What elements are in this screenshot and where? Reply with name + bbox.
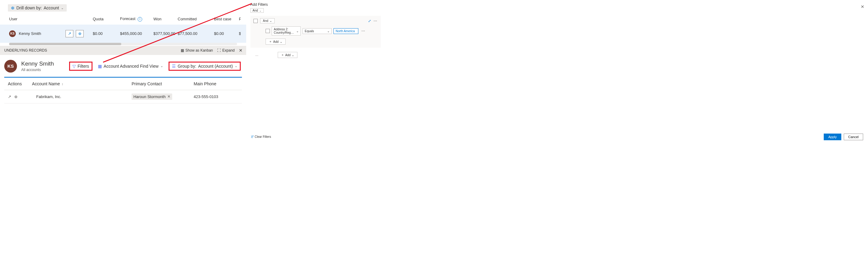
filter-panel: Add Filters And ⌄ And ⌄ ⤢ ⋯ Address 2: C…	[250, 2, 472, 58]
forecast-grid-header: User Quota Forecast i Won Committed Best…	[0, 15, 246, 25]
header-forecast[interactable]: Forecast i	[118, 17, 152, 22]
chevron-down-icon: ⌄	[61, 6, 64, 10]
condition-operator-select[interactable]: Equals ⌄	[303, 28, 332, 34]
header-best[interactable]: Best case	[212, 17, 237, 21]
cancel-button[interactable]: Cancel	[844, 134, 863, 140]
clear-filters-button[interactable]: ▽̸ Clear Filters	[251, 135, 271, 139]
contact-chip[interactable]: Haroun Stormonth ✕	[131, 94, 172, 100]
header-user[interactable]: User	[0, 17, 91, 21]
plus-icon: ＋	[281, 53, 284, 57]
kanban-label: Show as Kanban	[186, 48, 213, 53]
add-icon[interactable]: ⊕	[14, 95, 18, 99]
expand-icon: ⛶	[217, 48, 221, 53]
info-icon[interactable]: i	[137, 17, 142, 22]
condition-field-label: Address 2: Country/Reg…	[274, 28, 294, 34]
avatar-large: KS	[4, 60, 17, 73]
chevron-down-icon: ⌄	[327, 29, 330, 33]
filter-group: And ⌄ ⤢ ⋯ Address 2: Country/Reg… ⌄ Equa…	[250, 16, 381, 48]
condition-more-icon[interactable]: ⋯	[362, 29, 366, 33]
condition-value-input[interactable]: North America	[334, 28, 359, 34]
header-quota[interactable]: Quota	[91, 17, 118, 21]
th-actions[interactable]: Actions	[4, 81, 32, 86]
row-phone: 423-555-0103	[194, 95, 242, 99]
scrollbar-thumb[interactable]	[9, 43, 121, 45]
header-pipeline[interactable]: P	[237, 17, 241, 21]
row-best: $0.00	[212, 31, 237, 36]
globe-icon: ⊕	[11, 5, 14, 10]
panel-close-icon[interactable]: ✕	[861, 4, 864, 9]
accounts-table-header: Actions Account Name ↑ Primary Contact M…	[4, 77, 242, 90]
table-row[interactable]: ↗ ⊕ Fabrikam, Inc. Haroun Stormonth ✕ 42…	[4, 90, 242, 104]
plus-icon: ＋	[269, 39, 272, 44]
group-and-pill[interactable]: And ⌄	[260, 18, 275, 23]
view-label: Account Advanced Find View	[104, 64, 159, 69]
condition-operator-label: Equals	[305, 29, 314, 33]
apply-button[interactable]: Apply	[824, 134, 841, 140]
expand-group-icon[interactable]: ⤢	[368, 19, 371, 23]
drilldown-selector[interactable]: ⊕ Drill down by: Account ⌄	[8, 4, 67, 11]
chevron-down-icon: ⌄	[280, 40, 282, 44]
detail-header: KS Kenny Smith All accounts ▽ Filters ▦ …	[0, 55, 246, 77]
filter-panel-actions: Apply Cancel	[824, 134, 863, 140]
clear-filters-label: Clear Filters	[255, 135, 271, 138]
open-icon[interactable]: ↗	[8, 95, 11, 99]
groupby-prefix: Group by:	[178, 64, 196, 69]
chevron-down-icon: ⌄	[235, 64, 238, 68]
row-quota: $0.00	[91, 31, 118, 36]
condition-field-select[interactable]: Address 2: Country/Reg… ⌄	[272, 26, 301, 35]
horizontal-scrollbar[interactable]	[9, 43, 237, 45]
row-committed: $77,500.00	[176, 31, 212, 36]
filters-button[interactable]: ▽ Filters	[69, 62, 92, 71]
root-and-label: And	[252, 9, 258, 12]
add-condition-button[interactable]: ＋ Add ⌄	[266, 38, 286, 45]
row-pipeline: $	[237, 31, 241, 36]
expand-button[interactable]: ⛶ Expand	[217, 48, 235, 53]
row-user-name: Kenny Smith	[19, 31, 41, 36]
table-icon: ▦	[98, 64, 102, 69]
row-forecast: $455,000.00	[118, 31, 152, 36]
sort-asc-icon: ↑	[62, 82, 63, 86]
group-icon: ☰	[172, 64, 176, 69]
detail-subtitle: All accounts	[21, 68, 54, 72]
row-account: Fabrikam, Inc.	[32, 95, 131, 99]
share-icon[interactable]: ↗	[65, 30, 73, 37]
drilldown-value: Account	[44, 5, 59, 10]
header-won[interactable]: Won	[152, 17, 176, 21]
groupby-selector[interactable]: ☰ Group by: Account (Account) ⌄	[168, 62, 241, 71]
condition-value-text: North America	[336, 29, 355, 33]
filter-panel-title: Add Filters	[250, 2, 472, 7]
add-inner-label: Add	[273, 40, 279, 44]
group-and-label: And	[263, 19, 268, 23]
header-forecast-label: Forecast	[120, 17, 135, 21]
forecast-row[interactable]: KS Kenny Smith ↗ ⊕ $0.00 $455,000.00 $37…	[0, 25, 246, 43]
filter-icon: ▽	[72, 64, 76, 69]
clear-filter-icon: ▽̸	[251, 135, 253, 139]
close-icon[interactable]: ✕	[239, 48, 243, 53]
group-more-icon[interactable]: ⋯	[373, 19, 378, 23]
target-icon[interactable]: ⊕	[76, 30, 84, 37]
th-account[interactable]: Account Name ↑	[32, 81, 131, 86]
underlying-records-title: UNDERLYING RECORDS	[4, 48, 47, 53]
chevron-down-icon: ⌄	[259, 9, 261, 12]
condition-checkbox[interactable]	[266, 29, 270, 33]
th-account-label: Account Name	[32, 81, 60, 86]
header-committed[interactable]: Committed	[176, 17, 212, 21]
underlying-records-bar: UNDERLYING RECORDS ▦ Show as Kanban ⛶ Ex…	[0, 46, 246, 55]
show-as-kanban[interactable]: ▦ Show as Kanban	[181, 48, 213, 53]
view-selector[interactable]: ▦ Account Advanced Find View ⌄	[95, 62, 165, 70]
th-phone[interactable]: Main Phone	[194, 81, 242, 86]
kanban-icon: ▦	[181, 48, 184, 53]
chevron-down-icon: ⌄	[292, 53, 294, 57]
group-checkbox[interactable]	[253, 19, 258, 23]
th-contact[interactable]: Primary Contact	[131, 81, 194, 86]
add-group-button[interactable]: ＋ Add ⌄	[278, 52, 298, 58]
chevron-down-icon: ⌄	[296, 29, 299, 33]
row-won: $377,500.00	[152, 31, 176, 36]
drilldown-prefix: Drill down by:	[17, 5, 42, 10]
chevron-down-icon: ⌄	[160, 64, 163, 68]
root-and-pill[interactable]: And ⌄	[250, 8, 264, 13]
remove-contact-icon[interactable]: ✕	[167, 95, 170, 99]
groupby-value: Account (Account)	[198, 64, 232, 69]
avatar: KS	[9, 30, 16, 37]
expand-label: Expand	[222, 48, 235, 53]
